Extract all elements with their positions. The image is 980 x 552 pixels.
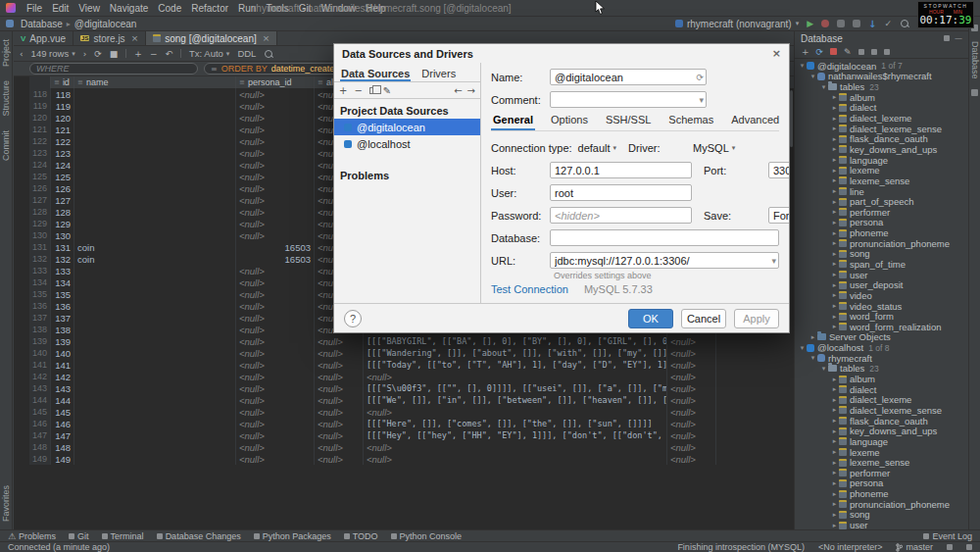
interpreter-status[interactable]: <No interpreter> [818,542,883,552]
reload-icon[interactable]: ⟳ [94,49,102,59]
tree-item-persona[interactable]: ▸persona [795,478,968,489]
editor-tab-store-js[interactable]: JSstore.js× [74,31,146,45]
tree-item-album[interactable]: ▸album [795,374,968,384]
console-icon[interactable] [871,49,877,55]
cancel-button[interactable]: Cancel [681,309,726,328]
stripe-project[interactable]: Project [1,39,11,67]
chevron-right-icon[interactable]: ▸ [830,448,839,456]
tree-item-video[interactable]: ▸video [795,290,968,301]
tree-item-key-downs-and-ups[interactable]: ▸key_downs_and_ups [795,144,968,155]
comment-field[interactable] [550,91,707,108]
port-field[interactable] [768,162,789,178]
chevron-down-icon[interactable]: ▾ [798,62,807,70]
tree-item-part-of-speech[interactable]: ▸part_of_speech [795,196,968,207]
tree-item-key-downs-and-ups[interactable]: ▸key_downs_and_ups [795,426,968,436]
git-update-icon[interactable]: ↓ [868,19,876,29]
sync-icon[interactable]: ⟳ [816,47,824,57]
settings-icon[interactable] [884,49,890,55]
chevron-right-icon[interactable]: ▸ [830,313,839,321]
add-datasource-icon[interactable]: + [802,47,809,57]
toolwindow-button-git[interactable]: Git [69,531,89,541]
git-branch-widget[interactable]: master [896,542,933,552]
tree-item-span-of-time[interactable]: ▸span_of_time [795,259,968,270]
tree-item-lexeme-sense[interactable]: ▸lexeme_sense [795,457,968,468]
save-select[interactable]: Forever ▾ [768,207,789,224]
tree-item-flask-dance-oauth[interactable]: ▸flask_dance_oauth [795,416,968,427]
chevron-right-icon[interactable]: ▸ [830,281,839,289]
menu-refactor[interactable]: Refactor [186,3,233,14]
table-row[interactable]: 141141<null><null>[[["Today", [["to", ["… [29,359,794,371]
chevron-right-icon[interactable]: ▸ [830,500,839,508]
close-icon[interactable]: × [772,47,781,60]
row-count-select[interactable]: 149 rows ▾ [31,48,75,59]
edit-icon[interactable]: ✎ [844,47,852,57]
host-field[interactable] [550,162,692,178]
tree-item-localhost[interactable]: ▾@localhost1 of 8 [795,342,968,353]
driver-select[interactable]: MySQL ▾ [693,142,735,154]
chevron-right-icon[interactable]: ▸ [830,427,839,435]
tree-item-lexeme[interactable]: ▸lexeme [795,447,968,458]
stripe-icon[interactable] [971,89,978,96]
chevron-right-icon[interactable]: ▸ [830,490,839,498]
chevron-down-icon[interactable]: ▾ [808,354,817,362]
tree-item-tables[interactable]: ▾tables23 [795,364,968,375]
chevron-right-icon[interactable]: ▸ [830,208,839,216]
stop-sync-icon[interactable] [830,48,837,55]
profiler-icon[interactable] [853,20,860,27]
close-icon[interactable]: × [131,33,139,43]
chevron-right-icon[interactable]: ▸ [830,511,839,519]
tab-options[interactable]: Options [549,114,590,130]
run-button[interactable]: ▶ [807,19,813,28]
chevron-right-icon[interactable]: ▸ [830,198,839,206]
test-connection-link[interactable]: Test Connection [491,283,568,295]
table-row[interactable]: 148148<null><null><null><null> [29,441,794,453]
tree-item-lexeme-sense[interactable]: ▸lexeme_sense [795,176,968,186]
editor-tab-song-digitalocean[interactable]: song [@digitalocean]× [146,31,277,45]
stripe-database[interactable]: Database [970,41,980,79]
chevron-right-icon[interactable]: ▸ [830,145,839,153]
table-row[interactable]: 145145<null><null><null><null> [29,406,794,418]
tree-item-dialect[interactable]: ▸dialect [795,384,968,395]
tx-mode-select[interactable]: Tx: Auto ▾ [189,48,229,59]
expand-icon[interactable]: ▾ [699,95,704,105]
table-row[interactable]: 142142<null><null><null><null> [29,371,794,382]
menu-code[interactable]: Code [153,3,186,14]
column-header-id[interactable]: ≡id [51,76,74,88]
chevron-right-icon[interactable]: ▸ [830,406,839,414]
vertical-scrollbar[interactable] [790,90,793,147]
event-log-button[interactable]: Event Log [923,531,972,541]
chevron-right-icon[interactable]: ▸ [830,385,839,393]
table-row[interactable]: 140140<null><null>[[["Wandering", []], [… [29,347,794,359]
chevron-right-icon[interactable]: ▸ [808,333,817,341]
name-field[interactable] [550,69,707,85]
tree-item-persona[interactable]: ▸persona [795,218,968,228]
edit-icon[interactable]: ✎ [383,85,391,96]
toolwindow-button-terminal[interactable]: Terminal [102,531,144,541]
stop-icon[interactable]: ■ [110,49,119,59]
tree-item-phoneme[interactable]: ▸phoneme [795,488,968,499]
chevron-down-icon[interactable]: ▾ [819,83,828,91]
regenerate-icon[interactable]: ⟳ [696,73,704,82]
chevron-right-icon[interactable]: ▸ [830,176,839,184]
menu-view[interactable]: View [74,3,105,14]
chevron-right-icon[interactable]: ▸ [830,459,839,467]
table-row[interactable]: 139139<null><null>[[["BABYGIRL", [["BA",… [29,335,794,347]
chevron-right-icon[interactable]: ▸ [830,156,839,164]
tree-item-dialect-lexeme-sense[interactable]: ▸dialect_lexeme_sense [795,124,968,134]
run-config-select[interactable]: rhymecraft (nonvagrant) ▾ [675,19,799,29]
next-page-icon[interactable]: › [83,49,87,59]
chevron-right-icon[interactable]: ▸ [830,125,839,132]
duplicate-icon[interactable] [369,87,376,94]
diagram-icon[interactable] [858,49,864,55]
dialog-titlebar[interactable]: Data Sources and Drivers × [334,44,789,63]
tree-item-user[interactable]: ▸user [795,520,968,529]
chevron-right-icon[interactable]: ▸ [830,104,839,112]
tab-general[interactable]: General [491,114,535,130]
datasource-item-digitalocean[interactable]: @digitalocean [334,119,480,135]
tab-advanced[interactable]: Advanced [729,114,781,130]
table-row[interactable]: 143143<null><null>[[["S\u00f3", [["", []… [29,382,794,394]
chevron-right-icon[interactable]: ▸ [830,437,839,445]
chevron-right-icon[interactable]: ▸ [830,239,839,247]
tree-item-performer[interactable]: ▸performer [795,207,968,218]
search-icon[interactable] [264,49,273,59]
